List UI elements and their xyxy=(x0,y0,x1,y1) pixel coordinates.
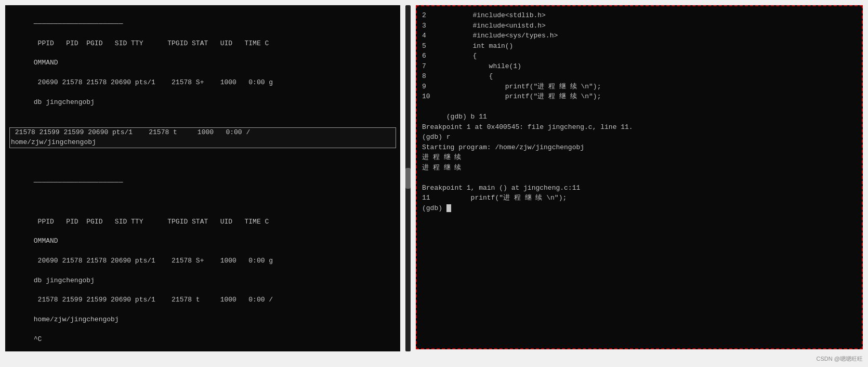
left-terminal[interactable]: —————————————————————— PPID PID PGID SID… xyxy=(5,5,400,351)
gdb-line-3: (gdb) r xyxy=(422,133,451,141)
gdb-line-6: 进 程 继 续 xyxy=(422,164,461,172)
code-line-6: 6 { xyxy=(422,51,857,61)
code-line-2: 2 #include<stdlib.h> xyxy=(422,10,857,21)
gdb-line-5: 进 程 继 续 xyxy=(422,153,461,161)
gdb-line-4: Starting program: /home/zjw/jingchengobj xyxy=(422,143,584,151)
gdb-section: (gdb) b 11 Breakpoint 1 at 0x400545: fil… xyxy=(422,102,857,224)
gdb-line-8: 11 printf("进 程 继 续 \n"); xyxy=(422,194,567,202)
highlight-line-1: 21578 21599 21599 20690 pts/1 21578 t 10… xyxy=(11,128,394,138)
code-line-9: 9 printf("进 程 继 续 \n"); xyxy=(422,82,857,92)
gdb-cursor xyxy=(446,204,451,212)
code-section: 2 #include<stdlib.h> 3 #include<unistd.h… xyxy=(422,10,857,102)
right-terminal[interactable]: 2 #include<stdlib.h> 3 #include<unistd.h… xyxy=(416,5,863,349)
code-line-4: 4 #include<sys/types.h> xyxy=(422,31,857,41)
highlighted-process-row: 21578 21599 21599 20690 pts/1 21578 t 10… xyxy=(9,127,396,148)
code-line-3: 3 #include<unistd.h> xyxy=(422,21,857,31)
left-terminal-content: —————————————————————— PPID PID PGID SID… xyxy=(9,9,396,127)
scrollbar[interactable] xyxy=(405,5,411,351)
gdb-line-1: (gdb) b 11 xyxy=(446,113,487,121)
watermark: CSDN @嗯嗯旺旺 xyxy=(817,355,863,363)
code-line-7: 7 while(1) xyxy=(422,61,857,72)
code-line-10: 10 printf("进 程 继 续 \n"); xyxy=(422,91,857,102)
code-line-8: 8 { xyxy=(422,71,857,82)
highlight-line-2: home/zjw/jingchengobj xyxy=(11,138,394,148)
scrollbar-thumb[interactable] xyxy=(405,168,411,189)
gdb-prompt: (gdb) xyxy=(422,204,451,212)
code-line-5: 5 int main() xyxy=(422,41,857,51)
main-container: —————————————————————— PPID PID PGID SID… xyxy=(0,0,868,367)
gdb-line-7: Breakpoint 1, main () at jingcheng.c:11 xyxy=(422,184,580,192)
gdb-line-2: Breakpoint 1 at 0x400545: file jingcheng… xyxy=(422,123,633,131)
left-separator: —————————————————————— PPID PID PGID SID… xyxy=(9,149,396,351)
